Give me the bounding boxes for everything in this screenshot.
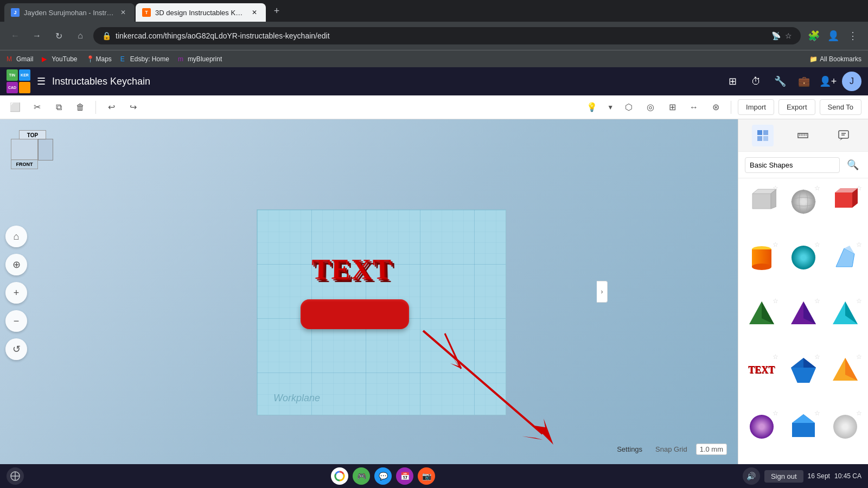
zoom-in-button[interactable]: + xyxy=(5,282,27,304)
delete-tool[interactable]: 🗑 xyxy=(72,99,89,116)
forward-button[interactable]: → xyxy=(28,27,46,44)
shape-abstract-blue[interactable]: ☆ xyxy=(826,239,864,277)
tab-1[interactable]: J Jayden Surujmohan - Instructa... ✕ xyxy=(4,3,135,22)
taskbar-launcher[interactable] xyxy=(7,467,24,485)
home-button[interactable]: ⌂ xyxy=(72,27,89,44)
shape-box-red[interactable]: ☆ xyxy=(826,183,864,220)
tab-2[interactable]: T 3D design Instructables Keych... ✕ xyxy=(136,3,266,22)
ruler-panel-icon[interactable] xyxy=(792,125,814,146)
shape-prism-blue[interactable]: ☆ xyxy=(784,408,822,445)
profile-icon[interactable]: 👤 xyxy=(825,27,842,44)
grid-view-icon[interactable]: ⊞ xyxy=(723,72,742,91)
history-icon[interactable]: ⏱ xyxy=(746,72,766,91)
shape-prism-teal-star[interactable]: ☆ xyxy=(856,297,862,305)
all-bookmarks[interactable]: 📁 All Bookmarks xyxy=(809,55,861,63)
view-controls-bar: ⬜ ✂ ⧉ 🗑 ↩ ↪ 💡 ▼ ⬡ ◎ ⊞ ↔ ⊛ Import Export … xyxy=(0,95,868,119)
mirror-x-tool[interactable]: ⬡ xyxy=(620,99,637,116)
refresh-button[interactable]: ↻ xyxy=(50,27,67,44)
shape-prism-blue-star[interactable]: ☆ xyxy=(814,409,820,417)
shapes-category-select[interactable]: Basic Shapes xyxy=(745,157,840,173)
search-shapes-button[interactable]: 🔍 xyxy=(844,156,861,174)
viewport[interactable]: TOP FRONT xyxy=(0,119,738,464)
shape-box-red-star[interactable]: ☆ xyxy=(856,184,862,192)
taskbar-speaker[interactable]: 🔊 xyxy=(743,467,760,485)
shape-prism-teal[interactable]: ☆ xyxy=(826,296,864,333)
add-user-icon[interactable]: 👤+ xyxy=(818,72,838,91)
export-button[interactable]: Export xyxy=(778,99,815,115)
bookmark-edsby[interactable]: E Edsby: Home xyxy=(120,55,169,63)
hamburger-menu[interactable]: ☰ xyxy=(37,75,46,87)
taskbar-app2[interactable]: 🎮 xyxy=(353,467,370,485)
group-tool[interactable]: ⊛ xyxy=(707,99,724,116)
select-tool[interactable]: ⬜ xyxy=(7,99,24,116)
taskbar-app5[interactable]: 📷 xyxy=(418,467,435,485)
taskbar-chrome[interactable] xyxy=(331,467,348,485)
undo-tool[interactable]: ↩ xyxy=(103,99,120,116)
settings-button[interactable]: Settings xyxy=(612,443,647,455)
import-button[interactable]: Import xyxy=(738,99,774,115)
align-tool[interactable]: ⊞ xyxy=(663,99,681,116)
redo-tool[interactable]: ↪ xyxy=(124,99,142,116)
user-avatar[interactable]: J xyxy=(842,72,861,91)
bookmark-myblueprint[interactable]: m myBlueprint xyxy=(178,55,222,63)
back-button[interactable]: ← xyxy=(7,27,24,44)
text-3d-object[interactable]: TEXT xyxy=(311,253,393,285)
sign-out-button[interactable]: Sign out xyxy=(764,470,803,483)
shape-sphere-gray2-star[interactable]: ☆ xyxy=(856,409,862,417)
shape-cylinder-star[interactable]: ☆ xyxy=(773,241,778,248)
flip-tool[interactable]: ↔ xyxy=(685,99,703,116)
shape-abstract-star[interactable]: ☆ xyxy=(856,241,862,248)
shape-pyramid-green[interactable]: ☆ xyxy=(743,296,780,333)
bookmark-maps[interactable]: 📍 Maps xyxy=(86,55,112,63)
shape-gem-blue[interactable]: ☆ xyxy=(784,351,822,389)
shape-pyramid-purple[interactable]: ☆ xyxy=(784,296,822,333)
grid-panel-icon[interactable] xyxy=(752,125,774,146)
light-bulb-icon[interactable]: 💡 xyxy=(583,99,601,116)
bookmark-youtube[interactable]: ▶ YouTube xyxy=(42,55,77,63)
chat-panel-icon[interactable] xyxy=(833,125,854,146)
shape-cylinder-orange[interactable]: ☆ xyxy=(743,239,780,277)
copy-tool[interactable]: ⧉ xyxy=(50,99,67,116)
extension-icon[interactable]: 🧩 xyxy=(805,27,822,44)
shape-pyramid-green-star[interactable]: ☆ xyxy=(773,297,778,305)
fit-all-button[interactable]: ⊕ xyxy=(5,254,27,275)
rotate-button[interactable]: ↺ xyxy=(5,338,27,360)
rounded-rect-object[interactable] xyxy=(301,299,409,329)
shape-sphere-teal[interactable]: ☆ xyxy=(784,239,822,277)
shape-box-gray-star[interactable]: ☆ xyxy=(773,184,778,192)
tools-icon[interactable]: 🔧 xyxy=(770,72,790,91)
taskbar-app3[interactable]: 💬 xyxy=(374,467,392,485)
dropdown-arrow[interactable]: ▼ xyxy=(605,99,616,116)
bookmark-gmail[interactable]: M Gmail xyxy=(7,55,33,63)
tab-1-close[interactable]: ✕ xyxy=(118,8,128,17)
shape-box-gray[interactable]: ☆ xyxy=(743,183,780,220)
shape-sphere-purple-star[interactable]: ☆ xyxy=(773,409,778,417)
shape-pyramid-yellow-star[interactable]: ☆ xyxy=(856,353,862,361)
cut-tool[interactable]: ✂ xyxy=(28,99,46,116)
shape-sphere-purple[interactable]: ☆ xyxy=(743,408,780,445)
new-tab-button[interactable]: + xyxy=(269,3,284,18)
home-view-button[interactable]: ⌂ xyxy=(5,226,27,247)
mirror-y-tool[interactable]: ◎ xyxy=(642,99,659,116)
snap-grid-value[interactable]: 1.0 mm xyxy=(696,444,727,455)
shape-text-star[interactable]: ☆ xyxy=(773,353,778,361)
send-to-button[interactable]: Send To xyxy=(820,99,861,115)
taskbar-app4[interactable]: 📅 xyxy=(396,467,413,485)
shape-sphere-gray2[interactable]: ☆ xyxy=(826,408,864,445)
shape-pyramid-yellow[interactable]: ☆ xyxy=(826,351,864,389)
address-input[interactable]: 🔒 tinkercad.com/things/aoG82qLdoYR-instr… xyxy=(93,27,801,44)
more-menu-icon[interactable]: ⋮ xyxy=(844,27,861,44)
collapse-panel-button[interactable]: › xyxy=(597,281,608,303)
shape-sphere-teal-star[interactable]: ☆ xyxy=(814,241,820,248)
shape-pyramid-purple-star[interactable]: ☆ xyxy=(814,297,820,305)
shape-sphere-gray-star[interactable]: ☆ xyxy=(814,184,820,192)
shape-text-3d[interactable]: ☆ TEXT xyxy=(743,351,780,389)
cube-front-face[interactable]: FRONT xyxy=(11,159,38,169)
tab-2-close[interactable]: ✕ xyxy=(250,8,259,17)
briefcase-icon[interactable]: 💼 xyxy=(794,72,814,91)
view-cube[interactable]: TOP FRONT xyxy=(11,130,54,174)
shape-gem-star[interactable]: ☆ xyxy=(814,353,820,361)
zoom-out-button[interactable]: − xyxy=(5,310,27,332)
tinkercad-logo[interactable]: TIN KER CAD xyxy=(7,69,30,93)
shape-sphere-gray[interactable]: ☆ xyxy=(784,183,822,220)
